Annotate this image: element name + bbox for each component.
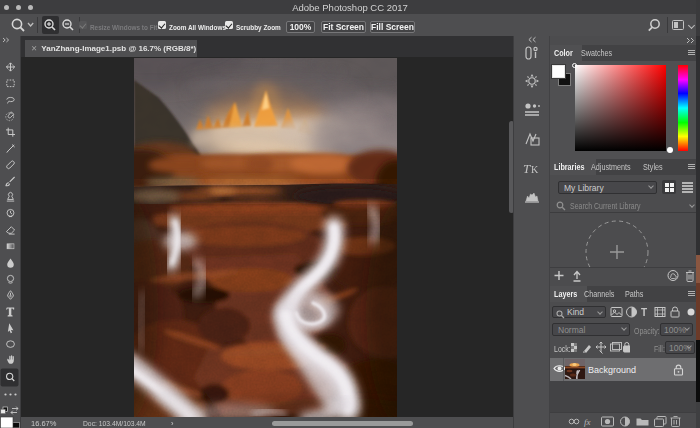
svg-text:K: K (531, 164, 539, 175)
svg-text:T: T (523, 161, 531, 176)
svg-text:T: T (641, 307, 647, 318)
svg-text:fx: fx (584, 417, 591, 427)
